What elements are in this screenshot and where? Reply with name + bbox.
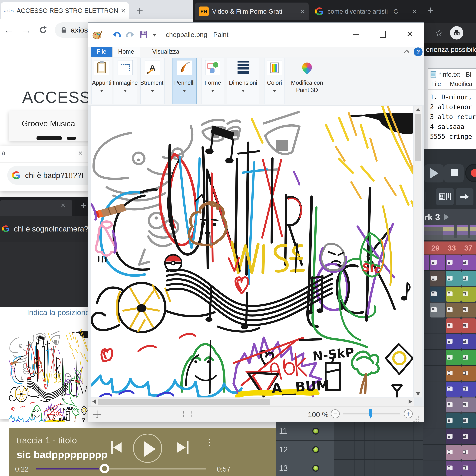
zoom-slider-thumb[interactable] bbox=[369, 409, 372, 419]
new-tab-button[interactable]: + bbox=[80, 199, 86, 211]
resize-grip[interactable] bbox=[418, 416, 419, 418]
collapse-ribbon-icon[interactable] bbox=[403, 49, 410, 54]
zoom-out-button[interactable]: − bbox=[331, 409, 340, 418]
pattern-clip[interactable] bbox=[461, 461, 476, 476]
paint-titlebar[interactable]: cheppalle.png - Paint bbox=[88, 23, 424, 47]
play-button[interactable] bbox=[424, 164, 444, 183]
close-icon[interactable]: × bbox=[78, 148, 83, 158]
pattern-clip[interactable] bbox=[446, 319, 461, 333]
redo-icon[interactable] bbox=[126, 30, 135, 39]
pattern-clip[interactable] bbox=[446, 382, 461, 397]
back-icon[interactable]: ← bbox=[4, 24, 14, 36]
group-colori[interactable]: Colori bbox=[264, 58, 285, 104]
help-icon[interactable]: ? bbox=[414, 48, 423, 56]
minimize-icon[interactable] bbox=[353, 34, 359, 35]
record-button[interactable] bbox=[465, 164, 476, 182]
pattern-bar[interactable]: rk 3 bbox=[423, 209, 476, 225]
maximize-icon[interactable] bbox=[380, 31, 386, 38]
song-mode-button[interactable] bbox=[456, 188, 474, 205]
scroll-thumb[interactable] bbox=[415, 114, 421, 161]
track-header[interactable]: 12 bbox=[276, 441, 334, 459]
pattern-clip[interactable] bbox=[430, 255, 445, 270]
result-link[interactable]: Indica la posizione bbox=[27, 308, 90, 317]
pattern-clip[interactable] bbox=[461, 303, 476, 318]
playlist-ruler[interactable]: 293337 bbox=[423, 241, 476, 255]
more-options-icon[interactable]: ⋮ bbox=[205, 440, 214, 445]
bookmark-star-icon[interactable]: ☆ bbox=[435, 27, 444, 38]
overview-timeline[interactable] bbox=[423, 225, 476, 240]
seek-bar[interactable] bbox=[36, 468, 206, 470]
quick-access-caret-icon[interactable] bbox=[153, 34, 156, 36]
track-mute-led[interactable] bbox=[312, 465, 319, 472]
menu-modifica[interactable]: Modifica bbox=[450, 81, 472, 87]
pattern-clip[interactable] bbox=[461, 287, 476, 302]
group-strumenti[interactable]: A Strumenti bbox=[140, 58, 165, 104]
pattern-clip[interactable] bbox=[461, 429, 476, 444]
tab-google[interactable]: come diventare artisti - C × bbox=[311, 2, 421, 20]
next-track-button[interactable] bbox=[177, 441, 188, 455]
pattern-clip[interactable] bbox=[430, 303, 445, 318]
pattern-clip[interactable] bbox=[446, 303, 461, 318]
zoom-in-button[interactable]: + bbox=[404, 409, 413, 418]
playlist-clip-area[interactable] bbox=[423, 255, 476, 476]
close-tab-icon[interactable]: × bbox=[121, 6, 126, 15]
pattern-clip[interactable] bbox=[461, 350, 476, 365]
pattern-clip[interactable] bbox=[446, 366, 461, 381]
scroll-left-icon[interactable] bbox=[92, 399, 96, 404]
pattern-clip[interactable] bbox=[446, 334, 461, 349]
save-icon[interactable] bbox=[139, 31, 148, 39]
search-bar[interactable]: chi è sognoincamera? bbox=[0, 216, 88, 242]
pattern-clip[interactable] bbox=[446, 350, 461, 365]
pattern-clip[interactable] bbox=[430, 287, 445, 302]
pattern-clip[interactable] bbox=[446, 429, 461, 444]
pattern-clip[interactable] bbox=[461, 445, 476, 460]
pattern-clip[interactable] bbox=[430, 271, 445, 286]
notepad-text[interactable]: 1. D-minor,2 altotenor3 alto retur4 sals… bbox=[428, 90, 476, 141]
pattern-clip[interactable] bbox=[446, 255, 461, 270]
undo-icon[interactable] bbox=[112, 30, 121, 39]
stop-button[interactable] bbox=[444, 164, 464, 183]
play-button[interactable] bbox=[133, 434, 162, 463]
pattern-clip[interactable] bbox=[461, 382, 476, 397]
tab-visualizza[interactable]: Visualizza bbox=[147, 47, 185, 57]
reload-icon[interactable] bbox=[39, 26, 48, 34]
pattern-clip[interactable] bbox=[446, 413, 461, 428]
mini-slider[interactable] bbox=[430, 194, 430, 200]
pattern-clip[interactable] bbox=[446, 287, 461, 302]
previous-track-button[interactable] bbox=[111, 441, 122, 455]
close-tab-icon[interactable]: × bbox=[300, 7, 305, 16]
track-header[interactable]: 13 bbox=[276, 459, 334, 476]
group-pennelli[interactable]: Pennelli bbox=[172, 58, 197, 104]
track-header[interactable]: 11 bbox=[276, 422, 334, 441]
tab-file[interactable]: File bbox=[91, 47, 112, 57]
pattern-clip[interactable] bbox=[461, 319, 476, 333]
pattern-clip-tail[interactable] bbox=[423, 255, 429, 270]
scroll-up-icon[interactable] bbox=[416, 108, 420, 111]
horizontal-scrollbar[interactable] bbox=[91, 398, 414, 406]
paint-canvas[interactable] bbox=[91, 106, 413, 397]
track-mute-led[interactable] bbox=[312, 446, 319, 453]
track-mute-led[interactable] bbox=[312, 428, 319, 435]
close-icon[interactable]: × bbox=[407, 28, 413, 40]
tab-ph[interactable]: PH Video & Film Porno Grati × bbox=[195, 2, 309, 20]
pattern-clip[interactable] bbox=[446, 445, 461, 460]
pattern-clip[interactable] bbox=[461, 397, 476, 412]
group-immagine[interactable]: Immagine bbox=[113, 58, 137, 104]
mini-slider[interactable] bbox=[425, 192, 426, 202]
scroll-thumb[interactable] bbox=[98, 399, 270, 405]
tab-home[interactable]: Home bbox=[112, 47, 140, 57]
pattern-clip[interactable] bbox=[461, 255, 476, 270]
close-tab-icon[interactable]: × bbox=[61, 201, 65, 210]
forward-icon[interactable]: → bbox=[21, 24, 32, 36]
pattern-clip[interactable] bbox=[446, 271, 461, 286]
pattern-clip[interactable] bbox=[461, 271, 476, 286]
new-tab-button[interactable]: + bbox=[427, 4, 434, 17]
pattern-picker-button[interactable] bbox=[436, 188, 454, 205]
pattern-clip[interactable] bbox=[461, 334, 476, 349]
group-appunti[interactable]: Appunti bbox=[91, 58, 112, 104]
menu-file[interactable]: File bbox=[431, 81, 441, 87]
scroll-down-icon[interactable] bbox=[416, 392, 420, 395]
search-input[interactable]: chi è badp?1!!??! bbox=[7, 166, 88, 185]
pattern-clip[interactable] bbox=[446, 461, 461, 476]
pattern-clip[interactable] bbox=[461, 413, 476, 428]
